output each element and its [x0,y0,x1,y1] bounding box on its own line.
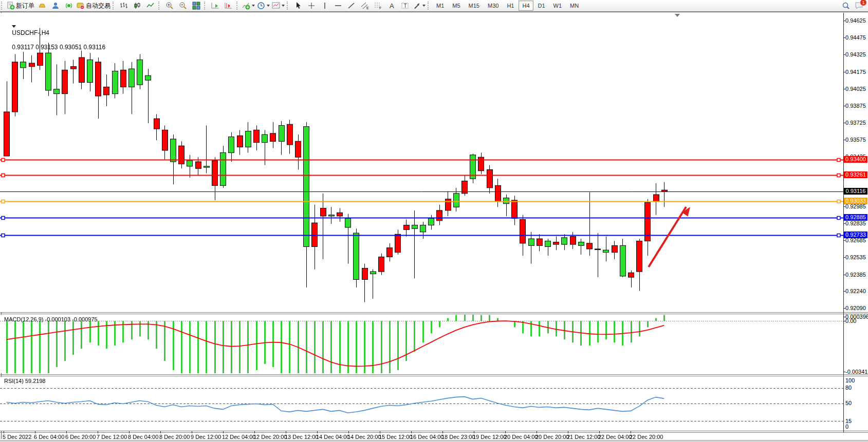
rsi-label: RSI(14) 59.2198 [4,378,46,384]
period-m30-button[interactable]: M30 [484,1,502,11]
signals-button[interactable] [62,1,76,11]
symbol-title: USDCHF-,H4 [12,29,49,36]
signals-icon [65,2,73,10]
chart-shift-button[interactable] [222,1,235,11]
pane-separator[interactable] [0,314,868,314]
date-label: 21 Dec 12:00 [567,434,600,440]
price-tick-label: 0.93725 [845,120,866,126]
pane-separator[interactable] [0,312,868,313]
status-strip [0,440,868,442]
line-chart-button[interactable] [144,1,157,11]
toolbar-group-handle[interactable] [113,2,116,10]
search-button[interactable] [839,1,853,11]
tile-windows-icon [192,2,200,10]
horizontal-line-icon [334,2,342,10]
pane-separator [0,432,868,433]
chevron-down-icon[interactable] [252,5,255,7]
chevron-down-icon[interactable] [267,5,270,7]
toolbar-group-handle[interactable] [236,2,240,10]
time-tick [599,431,600,433]
vertical-line-button[interactable] [318,1,331,11]
pane-separator [0,431,868,431]
main-chart-canvas[interactable] [0,13,843,312]
chart-menu-arrow-icon[interactable] [12,25,16,28]
time-tick [442,431,443,433]
price-tick [843,321,845,321]
period-d1-button[interactable]: D1 [534,1,549,11]
gold-icon [38,2,46,10]
pane-separator[interactable] [0,376,868,376]
toolbar-group-handle[interactable] [204,2,208,10]
auto-scroll-button[interactable] [209,1,222,11]
indicators-button[interactable] [241,1,256,11]
text-label-button[interactable]: T [398,1,412,11]
zoom-out-icon [179,2,187,10]
time-tick [505,431,506,433]
community-button[interactable] [49,1,62,11]
period-mn-button[interactable]: MN [566,1,582,11]
price-line-label: 0.93400 [844,156,867,163]
timeframes-clock-button[interactable] [256,1,271,11]
notification-badge: 1 [860,0,867,6]
rsi-axis-label: 50 [845,400,852,406]
rsi-pane-canvas[interactable] [0,377,843,431]
time-tick [348,431,349,433]
period-m1-button[interactable]: M1 [433,1,448,11]
auto-trading-button[interactable]: 自动交易 [76,1,112,11]
date-label: 5 Dec 2022 [3,434,31,440]
macd-pane-canvas[interactable] [0,315,843,373]
toolbar-group-handle[interactable] [428,2,431,10]
chevron-down-icon[interactable] [422,5,426,7]
toolbar-group-handle[interactable] [287,2,290,10]
templates-button[interactable] [271,1,286,11]
time-tick [129,431,130,433]
period-h1-button[interactable]: H1 [503,1,518,11]
gold-button[interactable] [35,1,49,11]
time-tick [254,431,255,433]
chevron-down-icon[interactable] [282,5,285,7]
date-label: 13 Dec 12:00 [285,434,318,440]
macd-axis-label: 0.00 [845,318,856,324]
bars-chart-button[interactable] [117,1,131,11]
period-m15-button[interactable]: M15 [465,1,483,11]
cursor-button[interactable] [291,1,305,11]
templates-icon [272,2,280,10]
rsi-axis-label: 0 [845,424,848,430]
chart-window[interactable]: USDCHF-,H4 0.93117 0.93153 0.93051 0.931… [0,12,868,442]
new-order-button[interactable]: 新订单 [6,1,35,11]
crosshair-icon [307,2,316,10]
chart-shift-marker-icon[interactable] [675,14,680,17]
notifications-button[interactable]: 1 [853,1,866,11]
auto-trading-icon [77,2,85,10]
text-button[interactable]: A [385,1,398,11]
date-label: 6 Dec 04:00 [34,434,64,440]
period-h4-button[interactable]: H4 [519,1,533,11]
svg-text:E: E [366,6,369,10]
new-order-icon [7,2,15,10]
price-tick [843,317,845,317]
search-icon [842,2,850,10]
arrows-shapes-button[interactable] [412,1,427,11]
period-m5-button[interactable]: M5 [449,1,464,11]
date-label: 8 Dec 20:00 [159,434,190,440]
time-tick [66,431,67,433]
price-tick-label: 0.94025 [845,86,866,92]
price-tick-label: 0.92090 [845,305,866,311]
trend-line-button[interactable] [345,1,358,11]
tile-windows-button[interactable] [190,1,203,11]
toolbar-group-handle[interactable] [158,2,162,10]
time-tick [160,431,161,433]
time-tick [474,431,474,433]
candle-chart-button[interactable] [131,1,144,11]
zoom-in-icon [165,2,174,10]
period-w1-button[interactable]: W1 [550,1,566,11]
fibonacci-button[interactable]: F [372,1,385,11]
zoom-out-button[interactable] [176,1,190,11]
text-icon: A [387,2,396,10]
toolbar-group-handle[interactable] [1,2,5,10]
pane-separator[interactable] [0,374,868,375]
equidistant-channel-button[interactable]: E [358,1,372,11]
crosshair-button[interactable] [305,1,318,11]
zoom-in-button[interactable] [163,1,176,11]
horizontal-line-button[interactable] [331,1,345,11]
